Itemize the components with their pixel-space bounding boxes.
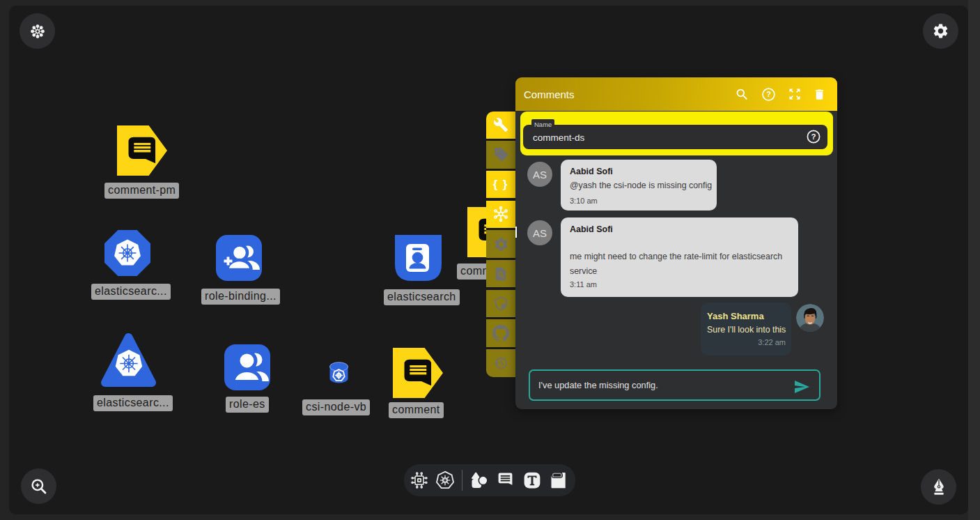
svg-text:?: ? bbox=[766, 90, 771, 98]
svg-text:?: ? bbox=[811, 132, 816, 141]
